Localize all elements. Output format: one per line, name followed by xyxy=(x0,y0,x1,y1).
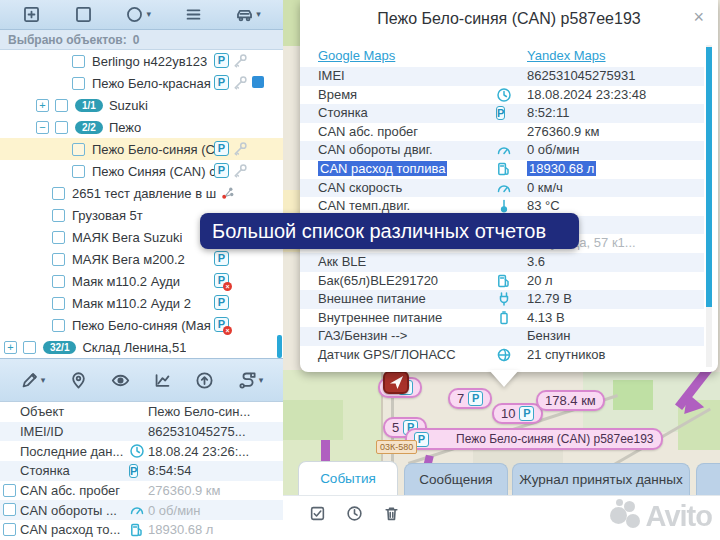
tree-item-пежо-бело-красная[interactable]: Пежо Бело-краснаяP xyxy=(0,72,283,94)
vehicle-tooltip[interactable]: P Пежо Бело-синяя (CAN) p587ee193 xyxy=(405,428,663,450)
tree-item-label: Пежо xyxy=(109,120,141,135)
detail-value: 0 об/мин xyxy=(148,503,280,518)
object-details-table: ОбъектПежо Бело-син...IMEI/ID86253104527… xyxy=(0,402,283,540)
distance-bubble[interactable]: 178.4 км xyxy=(536,390,605,411)
popup-parameter-row: CAN расход топлива18930.68 л xyxy=(300,160,704,179)
cluster-count: 5 xyxy=(392,420,399,435)
tree-checkbox[interactable] xyxy=(52,297,65,310)
color-square-icon xyxy=(252,76,264,88)
tree-checkbox[interactable] xyxy=(72,55,85,68)
sensor-checkbox[interactable] xyxy=(3,523,16,536)
expand-icon[interactable]: + xyxy=(36,99,49,112)
annotation-banner: Большой список различных отчетов xyxy=(200,213,579,249)
vehicle-icon-button[interactable]: ▾ xyxy=(235,5,261,24)
tree-checkbox[interactable] xyxy=(23,341,36,354)
gps-monitoring-app: 2 P 7 P 10 P 178.4 км 5 P P Пежо Бело-си… xyxy=(0,0,720,540)
tree-toolbar: ▾▾ xyxy=(0,0,283,30)
popup-scrollbar-thumb[interactable] xyxy=(706,47,712,307)
detail-label: IMEI/ID xyxy=(20,424,128,439)
clock-icon[interactable] xyxy=(346,505,363,522)
tree-item-пежо-синяя-can-с[interactable]: Пежо Синяя (CAN) сP xyxy=(0,160,283,182)
add-object-icon-button[interactable] xyxy=(22,5,41,24)
expand-icon[interactable]: + xyxy=(4,341,17,354)
object-detail-row: Последние дан...18.08.24 23:26:... xyxy=(0,441,283,461)
parameter-value: 0 об/мин xyxy=(527,142,580,157)
tree-item-пежо-бело-синяя-с[interactable]: Пежо Бело-синяя (СP xyxy=(0,138,283,160)
tree-checkbox[interactable] xyxy=(52,275,65,288)
tree-checkbox[interactable] xyxy=(72,77,85,90)
trash-icon[interactable] xyxy=(383,505,400,522)
chevron-down-icon: ▾ xyxy=(259,376,264,385)
map-field2 xyxy=(283,400,343,440)
tree-item-2651-тест-давление-в-ш[interactable]: 2651 тест давление в ш xyxy=(0,182,283,204)
tree-checkbox[interactable] xyxy=(52,209,65,222)
tree-checkbox[interactable] xyxy=(52,253,65,266)
collapse-icon[interactable]: − xyxy=(36,121,49,134)
parking-icon: P xyxy=(214,295,229,310)
parameter-label: CAN расход топлива xyxy=(318,161,447,176)
tree-item-suzuki[interactable]: +1/1Suzuki xyxy=(0,94,283,116)
sensor-checkbox[interactable] xyxy=(3,484,16,497)
tab-сообщения[interactable]: Сообщения xyxy=(404,463,508,495)
export-up-icon-button[interactable] xyxy=(195,371,214,390)
tree-item-пежо[interactable]: −2/2Пежо xyxy=(0,116,283,138)
checkbox-icon[interactable] xyxy=(309,505,326,522)
geofence-circle-icon-button[interactable]: ▾ xyxy=(125,5,151,24)
tree-item-пежо-бело-синяя-мая[interactable]: Пежо Бело-синяя (МаяP× xyxy=(0,314,283,336)
satellite xyxy=(496,347,512,363)
tab-события[interactable]: События xyxy=(298,461,398,495)
route-icon-button[interactable]: ▾ xyxy=(238,371,264,390)
yandex-maps-link[interactable]: Yandex Maps xyxy=(527,48,606,63)
tree-item-маяк-вега-м200-2[interactable]: МАЯК Вега м200.2P xyxy=(0,248,283,270)
tree-checkbox[interactable] xyxy=(72,165,85,178)
tab-partial[interactable] xyxy=(696,463,720,495)
parameter-label: CAN обороты двиг. xyxy=(318,142,433,157)
tree-item-склад-ленина-51[interactable]: +32/1Склад Ленина,51 xyxy=(0,336,283,358)
distance-label: 178.4 км xyxy=(545,393,596,408)
tree-item-label: Маяк м110.2 Ауди 2 xyxy=(72,296,191,311)
tree-scrollbar[interactable] xyxy=(277,335,282,358)
google-maps-link[interactable]: Google Maps xyxy=(318,48,395,63)
popup-parameter-row: IMEI862531045275931 xyxy=(300,67,704,86)
tree-item-label: Маяк м110.2 Ауди xyxy=(72,274,180,289)
popup-parameter-row: CAN скорость0 км/ч xyxy=(300,179,704,198)
cluster-bubble-7[interactable]: 7 P xyxy=(448,388,492,409)
tab-журнал-принятых-данных[interactable]: Журнал принятых данных xyxy=(512,463,690,495)
gauge xyxy=(496,180,512,196)
location-pin-icon xyxy=(69,371,88,390)
tree-item-маяк-м110-2-ауди-2[interactable]: Маяк м110.2 Ауди 2P xyxy=(0,292,283,314)
location-pin-icon-button[interactable] xyxy=(69,371,88,390)
tree-checkbox[interactable] xyxy=(55,99,68,112)
close-icon[interactable]: × xyxy=(693,8,704,26)
parameter-label: CAN абс. пробег xyxy=(318,124,418,139)
select-square-icon-button[interactable] xyxy=(74,5,93,24)
tree-checkbox[interactable] xyxy=(55,121,68,134)
bottom-tabs-bar: СобытияСообщенияЖурнал принятых данных xyxy=(283,460,720,495)
parking-disabled-icon: P× xyxy=(214,317,229,332)
parameter-value: 21 спутников xyxy=(527,347,605,362)
vehicle-marker-icon[interactable] xyxy=(383,371,409,394)
tree-checkbox[interactable] xyxy=(72,143,85,156)
detail-value: 862531045275... xyxy=(148,424,280,439)
fuel xyxy=(496,161,512,177)
sensor-checkbox[interactable] xyxy=(3,503,16,516)
visibility-eye-icon-button[interactable] xyxy=(111,371,130,390)
list-icon-button[interactable] xyxy=(184,5,203,24)
parameter-label: Внутреннее питание xyxy=(318,310,442,325)
fuel xyxy=(129,522,145,538)
tree-checkbox[interactable] xyxy=(52,319,65,332)
tree-checkbox[interactable] xyxy=(52,187,65,200)
parking-icon: P xyxy=(519,406,534,421)
tree-item-маяк-м110-2-ауди[interactable]: Маяк м110.2 АудиP× xyxy=(0,270,283,292)
tree-checkbox[interactable] xyxy=(52,231,65,244)
edit-pencil-icon-button[interactable]: ▾ xyxy=(20,371,46,390)
tree-item-berlingo-н422ув123[interactable]: Berlingo н422ув123P xyxy=(0,50,283,72)
events-toolbar xyxy=(309,505,400,522)
tree-item-label: Пежо Бело-синяя (С xyxy=(92,142,215,157)
cluster-bubble-10[interactable]: 10 P xyxy=(492,403,543,424)
map-links-row: Google Maps Yandex Maps xyxy=(300,48,718,67)
clock xyxy=(129,443,145,459)
parameter-value: 8:52:11 xyxy=(527,105,569,120)
object-toolbar: ▾▾ xyxy=(0,358,283,402)
chart-icon-button[interactable] xyxy=(153,371,172,390)
